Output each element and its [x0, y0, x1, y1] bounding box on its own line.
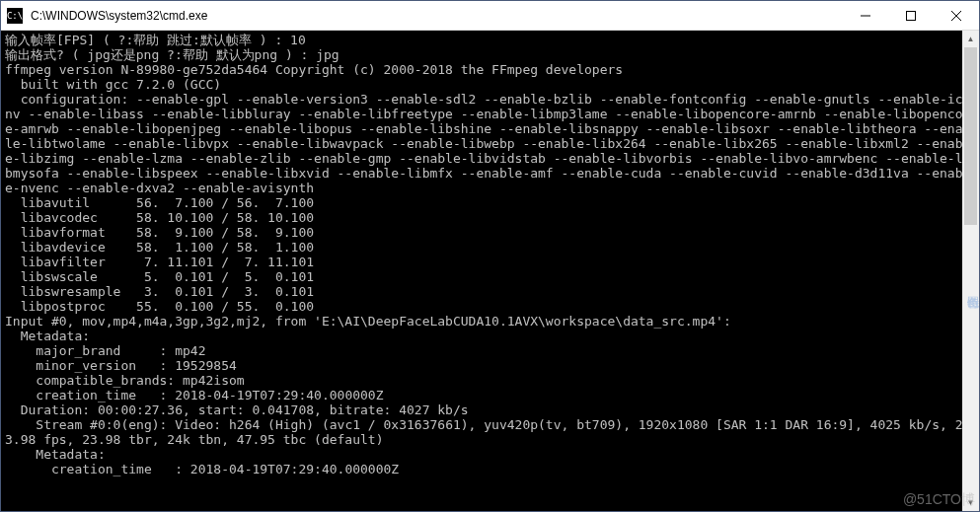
window-controls — [843, 1, 979, 31]
maximize-button[interactable] — [888, 1, 934, 31]
maximize-icon — [906, 11, 916, 21]
minimize-button[interactable] — [843, 1, 888, 31]
vertical-scrollbar[interactable]: ▲ ▼ — [962, 31, 979, 511]
window-title: C:\WINDOWS\system32\cmd.exe — [29, 9, 843, 23]
titlebar[interactable]: C:\ C:\WINDOWS\system32\cmd.exe — [1, 1, 979, 31]
scrollbar-thumb[interactable] — [964, 47, 977, 225]
scroll-down-arrow[interactable]: ▼ — [962, 494, 979, 511]
svg-rect-1 — [907, 11, 916, 20]
close-button[interactable] — [934, 1, 979, 31]
terminal-output[interactable]: 输入帧率[FPS] ( ?:帮助 跳过:默认帧率 ) : 10 输出格式? ( … — [1, 31, 979, 511]
app-icon: C:\ — [7, 8, 23, 24]
close-icon — [951, 11, 961, 21]
minimize-icon — [861, 11, 870, 21]
scroll-up-arrow[interactable]: ▲ — [962, 31, 979, 47]
cmd-window: C:\ C:\WINDOWS\system32\cmd.exe 输入帧率[FPS… — [0, 0, 980, 512]
